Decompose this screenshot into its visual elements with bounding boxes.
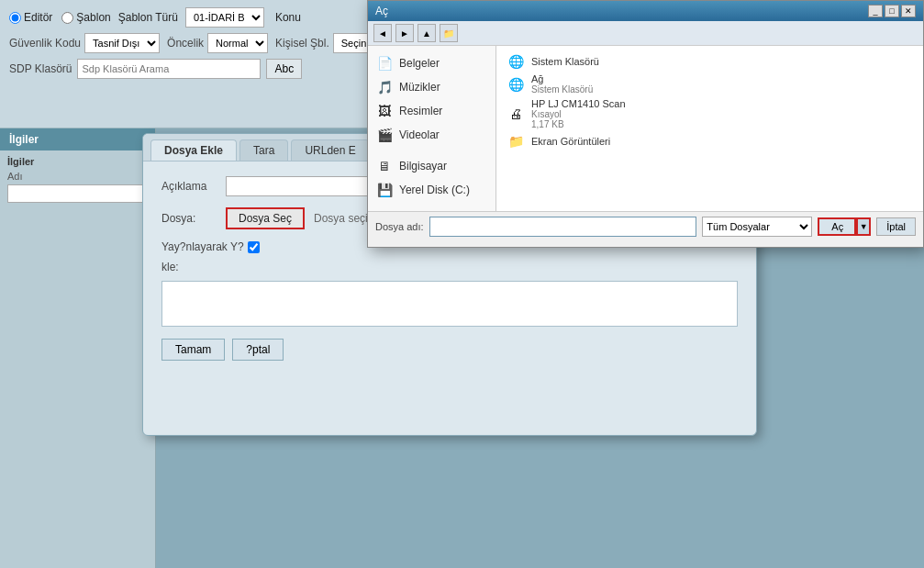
ekran-goruntuleri-name: Ekran Görüntüleri [531,136,610,147]
new-folder-button[interactable]: 📁 [440,24,458,42]
ag-name: Ağ [531,73,593,84]
adi-input[interactable] [7,184,148,203]
resimler-label: Resimler [399,105,442,117]
guvenlik-kodu-label: Güvenlik Kodu [9,37,81,50]
tasnif-disi-select[interactable]: Tasnif Dışı [84,33,160,53]
file-item-hp-scan[interactable]: 🖨 HP LJ CM1410 Scan Kısayol 1,17 KB [502,96,918,131]
sidebar-item-belgeler[interactable]: 📄 Belgeler [368,51,495,75]
editor-radio[interactable]: Editör [9,11,52,24]
tab-tara[interactable]: Tara [239,139,288,161]
file-iptal-button[interactable]: İptal [876,217,916,236]
forward-button[interactable]: ► [395,24,414,42]
win-controls: _ □ ✕ [868,5,916,17]
left-panel: İlgiler İlgiler Adı [0,128,156,568]
yerel-disk-label: Yerel Disk (C:) [399,184,470,196]
dosya-sec-button[interactable]: Dosya Seç [226,207,305,229]
oncelik-label: Öncelik [167,37,204,50]
abc-button[interactable]: Abc [266,59,302,79]
up-button[interactable]: ▲ [417,24,436,42]
sablon-turu-select[interactable]: 01-İDARİ B [185,7,264,28]
sidebar-item-resimler[interactable]: 🖼 Resimler [368,99,495,123]
guvenlik-kodu-group: Güvenlik Kodu Tasnif Dışı [9,33,160,53]
editor-label: Editör [24,11,52,24]
yayinla-checkbox[interactable] [248,241,260,253]
oncelik-select[interactable]: Normal [207,33,268,53]
yayinla-label: Yay?nlayarak Y? [161,240,244,253]
file-dialog-bottom: Dosya adı: Tüm Dosyalar Aç ▼ İptal [368,211,923,241]
aciklama-label: Açıklama [161,180,226,193]
file-item-sistem[interactable]: 🌐 Sistem Klasörü [502,51,918,72]
bilgisayar-label: Bilgisayar [399,160,447,173]
adi-label: Adı [7,171,148,182]
sablon-radio-input[interactable] [61,12,73,24]
sistem-klasoru-name: Sistem Klasörü [531,56,599,67]
sidebar-item-bilgisayar[interactable]: 🖥 Bilgisayar [368,154,495,178]
ilgiler-section: İlgiler Adı [0,150,155,208]
file-dialog-titlebar: Aç _ □ ✕ [368,1,923,21]
close-button[interactable]: ✕ [901,5,916,17]
hp-scan-size: 1,17 KB [531,119,626,129]
hp-scan-icon: 🖨 [506,106,526,122]
tab-urlden-ekle[interactable]: URLden E [291,139,369,161]
muzikler-icon: 🎵 [375,78,394,96]
sdp-label: SDP Klasörü [9,62,72,75]
maximize-button[interactable]: □ [885,5,899,17]
videolar-icon: 🎬 [375,126,394,144]
videolar-label: Videolar [399,128,440,141]
kisisel-sbl-label: Kişisel Şbl. [275,37,329,50]
file-main-area: 🌐 Sistem Klasörü 🌐 Ağ Sistem Klasörü 🖨 H… [496,46,923,211]
ilgiler-header: İlgiler [0,128,155,150]
ac-button[interactable]: Aç [818,217,856,236]
file-dialog-title: Aç [375,5,388,17]
radio-group: Editör Şablon [9,11,111,24]
kle-label: kle: [161,261,738,273]
sablon-radio[interactable]: Şablon [61,11,110,24]
bilgisayar-icon: 🖥 [375,157,394,175]
file-dialog-body: 📄 Belgeler 🎵 Müzikler 🖼 Resimler 🎬 Video… [368,46,923,211]
tamam-button[interactable]: Tamam [161,339,225,361]
yerel-disk-icon: 💾 [375,181,394,199]
file-item-ag[interactable]: 🌐 Ağ Sistem Klasörü [502,72,918,96]
ag-sub: Sistem Klasörü [531,84,593,95]
tab-dosya-ekle[interactable]: Dosya Ekle [150,139,237,161]
dialog-buttons: Tamam ?ptal [161,339,738,361]
ilgiler-label: İlgiler [7,156,148,167]
sidebar-item-yerel-disk[interactable]: 💾 Yerel Disk (C:) [368,178,495,202]
dosya-adi-input[interactable] [429,217,697,237]
dosya-adi-label: Dosya adı: [375,221,424,232]
konu-label: Konu [275,11,301,24]
sdp-search-input[interactable] [77,59,261,79]
hp-scan-name: HP LJ CM1410 Scan [531,98,626,109]
dosya-label: Dosya: [161,212,226,225]
filter-select[interactable]: Tüm Dosyalar [702,217,812,237]
minimize-button[interactable]: _ [868,5,883,17]
hp-scan-sub: Kısayol [531,109,626,119]
ac-dropdown[interactable]: ▼ [856,217,871,236]
sidebar-item-muzikler[interactable]: 🎵 Müzikler [368,75,495,99]
ekran-goruntuleri-icon: 📁 [506,133,526,150]
note-textarea[interactable] [161,281,738,327]
sistem-klasoru-icon: 🌐 [506,53,526,70]
ag-icon: 🌐 [506,76,526,93]
back-button[interactable]: ◄ [373,24,392,42]
sidebar-item-videolar[interactable]: 🎬 Videolar [368,123,495,147]
file-item-ekran-goruntuleri[interactable]: 📁 Ekran Görüntüleri [502,131,918,151]
oncelik-group: Öncelik Normal [167,33,268,53]
muzikler-label: Müzikler [399,81,440,94]
belgeler-label: Belgeler [399,57,440,70]
belgeler-icon: 📄 [375,54,394,72]
sablon-label: Şablon [76,11,110,24]
sablon-turu-label: Şablon Türü [118,11,178,24]
editor-radio-input[interactable] [9,12,21,24]
iptal-button[interactable]: ?ptal [232,339,284,361]
ac-btn-group: Aç ▼ [818,217,871,236]
file-sidebar: 📄 Belgeler 🎵 Müzikler 🖼 Resimler 🎬 Video… [368,46,496,211]
file-open-dialog: Aç _ □ ✕ ◄ ► ▲ 📁 📄 Belgeler 🎵 Müzikler 🖼 [367,0,924,248]
resimler-icon: 🖼 [375,102,394,120]
file-dialog-toolbar: ◄ ► ▲ 📁 [368,21,923,46]
